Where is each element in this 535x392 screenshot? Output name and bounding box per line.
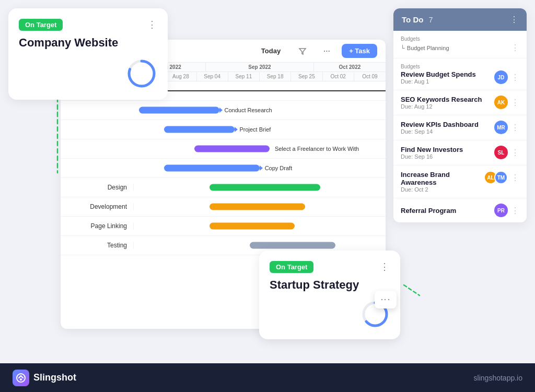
gantt-bar-label-copy-draft: Copy Draft — [265, 165, 293, 171]
avatar-review-budget: JD — [494, 70, 508, 84]
gantt-dates-area: Aug 2022 Sep 2022 Oct 2022 Aug 21 Aug 28… — [134, 63, 386, 81]
todo-header-title-text: To Do — [402, 15, 423, 24]
week-sep18: Sep 18 — [260, 72, 291, 81]
gantt-bar-label-project-brief: Project Brief — [239, 126, 271, 133]
gantt-bar-conduct-research — [139, 107, 219, 114]
footer-logo-text: Slingshot — [33, 372, 76, 383]
gantt-bar-arrow-2 — [235, 127, 238, 132]
svg-point-1 — [20, 378, 22, 381]
gantt-bar-freelancer — [194, 146, 270, 152]
todo-name-review-budget: Review Budget Spends Due: Aug 1 — [401, 70, 476, 85]
week-sep04: Sep 04 — [197, 72, 228, 81]
main-content: On Target ⋮ Company Website — [8, 8, 527, 355]
footer-url: slingshotapp.io — [474, 374, 522, 382]
company-card-title: Company Website — [19, 36, 157, 50]
floating-more-dots[interactable]: ⋮ — [375, 291, 397, 308]
gantt-row-conduct-research: Conduct Research — [61, 101, 386, 120]
arrow-icon: └ — [401, 45, 405, 51]
more-options-button[interactable]: ⋯ — [318, 44, 335, 57]
todo-item-seo: SEO Keywords Research Due: Aug 12 AK ⋮ — [393, 90, 527, 115]
gantt-weeks-row: Aug 21 Aug 28 Sep 04 Sep 11 Sep 18 Sep 2… — [134, 72, 386, 81]
startup-card-title: Startup Strategy — [270, 278, 390, 292]
today-button[interactable]: Today — [255, 44, 287, 57]
todo-more-investors[interactable]: ⋮ — [511, 148, 519, 158]
todo-item-referral: Referral Program PR ⋮ — [393, 198, 527, 222]
startup-progress-ring — [270, 300, 390, 329]
add-task-button[interactable]: + Task — [342, 44, 377, 58]
gantt-bar-area-2: Project Brief — [134, 120, 386, 139]
avatar-kpis: MR — [494, 121, 508, 134]
gantt-label-testing: Testing — [61, 242, 134, 249]
todo-item-kpis: Review KPIs Dashboard Due: Sep 14 MR ⋮ — [393, 115, 527, 140]
gantt-bar-area-website — [134, 81, 386, 100]
gantt-row-design: Design — [61, 178, 386, 197]
gantt-label-design: Design — [61, 184, 134, 191]
gantt-row-freelancer: Select a Freelancer to Work With — [61, 139, 386, 159]
gantt-bar-project-brief — [164, 126, 235, 133]
company-progress-ring — [19, 58, 157, 89]
gantt-row-page-linking: Page Linking — [61, 217, 386, 236]
todo-item-investors: Find New Investors Due: Sep 16 SL ⋮ — [393, 140, 527, 165]
todo-count: 7 — [429, 16, 433, 24]
company-website-card: On Target ⋮ Company Website — [8, 8, 168, 100]
month-sep: Sep 2022 — [206, 63, 314, 72]
gantt-bar-testing — [250, 242, 335, 249]
week-sep11: Sep 11 — [228, 72, 260, 81]
gantt-bar-design — [210, 184, 320, 191]
todo-actions-seo: AK ⋮ — [494, 96, 519, 109]
todo-actions-referral: PR ⋮ — [494, 204, 519, 217]
gantt-label-development: Development — [61, 203, 134, 210]
todo-more-referral[interactable]: ⋮ — [511, 206, 519, 216]
todo-more-budget-planning[interactable]: ⋮ — [511, 43, 519, 53]
gantt-bar-page-linking — [210, 223, 295, 230]
todo-actions-brand: AL TM ⋮ — [484, 171, 519, 184]
week-sep25: Sep 25 — [291, 72, 322, 81]
todo-row-brand: Increase Brand Awareness Due: Oct 2 AL T… — [401, 171, 519, 193]
todo-more-brand[interactable]: ⋮ — [511, 173, 519, 183]
gantt-bar-area-development — [134, 197, 386, 216]
avatar-referral: PR — [494, 204, 508, 217]
todo-name-seo: SEO Keywords Research Due: Aug 12 — [401, 96, 482, 110]
startup-card-header: On Target ⋮ — [270, 261, 390, 273]
on-target-badge: On Target — [19, 19, 63, 31]
company-card-more-button[interactable]: ⋮ — [147, 19, 157, 30]
week-oct09: Oct 09 — [354, 72, 386, 81]
gantt-bar-development — [210, 204, 305, 210]
todo-name-investors: Find New Investors Due: Sep 16 — [401, 146, 463, 160]
gantt-bar-label-conduct-research: Conduct Research — [225, 107, 272, 113]
gantt-label-page-linking: Page Linking — [61, 222, 134, 230]
todo-title: To Do 7 — [402, 15, 433, 25]
todo-row-seo: SEO Keywords Research Due: Aug 12 AK ⋮ — [401, 96, 519, 110]
gantt-bar-area-3: Select a Freelancer to Work With — [134, 139, 386, 158]
gantt-body: Website Conduct Research Proj — [61, 81, 386, 255]
startup-on-target-badge: On Target — [270, 261, 313, 273]
todo-panel: To Do 7 ⋮ Budgets └ Budget Planning ⋮ Bu… — [393, 8, 527, 222]
gantt-bar-copy-draft — [164, 165, 260, 172]
filter-icon — [298, 47, 307, 55]
company-card-header: On Target ⋮ — [19, 19, 157, 31]
todo-name-budget-planning: └ Budget Planning — [401, 45, 449, 51]
todo-header-more[interactable]: ⋮ — [510, 15, 518, 25]
week-oct02: Oct 02 — [323, 72, 354, 81]
todo-row-referral: Referral Program PR ⋮ — [401, 204, 519, 217]
startup-card-more-button[interactable]: ⋮ — [380, 261, 390, 272]
gantt-bar-area-4: Copy Draft — [134, 159, 386, 177]
todo-category-budgets-1: Budgets — [401, 36, 519, 42]
todo-more-review-budget[interactable]: ⋮ — [511, 73, 519, 82]
gantt-row-development: Development — [61, 197, 386, 217]
gantt-bar-area-page-linking — [134, 217, 386, 235]
todo-category-budgets-2: Budgets — [401, 64, 519, 69]
gantt-website-line — [134, 90, 386, 91]
filter-button[interactable] — [293, 44, 312, 58]
progress-ring-svg — [126, 58, 157, 89]
todo-more-seo[interactable]: ⋮ — [511, 98, 519, 108]
gantt-row-copy-draft: Copy Draft — [61, 159, 386, 178]
todo-actions-kpis: MR ⋮ — [494, 121, 519, 134]
gantt-months-row: Aug 2022 Sep 2022 Oct 2022 — [134, 63, 386, 72]
todo-row-review-budget: Review Budget Spends Due: Aug 1 JD ⋮ — [401, 70, 519, 85]
todo-name-kpis: Review KPIs Dashboard Due: Sep 14 — [401, 121, 479, 135]
todo-more-kpis[interactable]: ⋮ — [511, 123, 519, 133]
week-aug28: Aug 28 — [165, 72, 196, 81]
gantt-row-project-brief: Project Brief — [61, 120, 386, 139]
todo-name-referral: Referral Program — [401, 207, 456, 215]
